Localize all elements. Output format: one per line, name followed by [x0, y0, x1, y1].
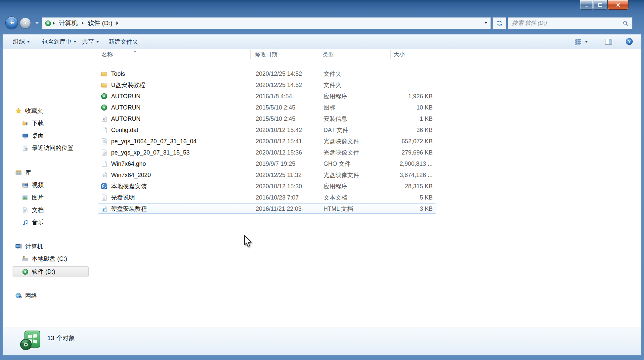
refresh-button[interactable] — [493, 17, 506, 29]
toolbar-button-0[interactable]: 组织 — [11, 34, 32, 49]
file-name[interactable]: AUTORUN — [111, 102, 141, 113]
file-size: 28,315 KB — [381, 181, 433, 192]
file-date: 2020/10/12 15:36 — [256, 147, 302, 158]
file-name[interactable]: pe_yqs_1064_20_07_31_16_04 — [111, 136, 196, 147]
sidebar-item[interactable]: 本地磁盘 (C:) — [22, 253, 67, 264]
table-row[interactable]: e硬盘安装教程2016/11/21 22:03HTML 文档3 KB — [90, 203, 444, 214]
document-icon — [22, 207, 29, 214]
breadcrumb-item[interactable]: 软件 (D:) — [85, 19, 115, 27]
column-separator[interactable] — [432, 50, 432, 59]
views-button[interactable] — [574, 37, 588, 46]
disc-image-icon — [101, 149, 108, 156]
table-row[interactable]: AUTORUN2016/1/8 4:54应用程序1,926 KB — [90, 91, 444, 102]
column-separator[interactable] — [320, 50, 320, 59]
forward-button[interactable] — [20, 18, 31, 28]
sidebar-section-1[interactable]: 库 — [15, 167, 31, 178]
table-row[interactable]: U盘安装教程2020/12/25 14:52文件夹 — [90, 79, 444, 91]
preview-pane-button[interactable] — [604, 37, 613, 46]
film-icon — [22, 182, 29, 189]
sidebar-item[interactable]: 软件 (D:) — [22, 266, 55, 277]
sidebar-item[interactable]: 文档 — [22, 205, 44, 215]
back-button[interactable] — [5, 17, 18, 29]
help-icon: ? — [625, 37, 633, 46]
ie-html-icon: e — [101, 205, 108, 212]
minimize-button[interactable] — [580, 0, 593, 10]
file-name[interactable]: Tools — [111, 68, 125, 79]
file-date: 2019/9/7 19:25 — [256, 158, 295, 169]
file-type: HTML 文档 — [323, 203, 353, 214]
file-size: 652,072 KB — [381, 136, 433, 147]
content-area: 收藏夹下载桌面最近访问的位置库视频图片文档音乐计算机本地磁盘 (C:)软件 (D… — [3, 49, 641, 328]
sidebar-section-3[interactable]: 网络 — [15, 291, 37, 301]
history-dropdown[interactable] — [35, 22, 39, 24]
sidebar-item[interactable]: 下载 — [22, 118, 44, 128]
table-row[interactable]: pe_yqs_xp_20_07_31_15_532020/10/12 15:36… — [90, 147, 444, 158]
table-row[interactable]: Config.dat2020/10/12 15:42DAT 文件36 KB — [90, 124, 444, 136]
column-header-1[interactable]: 修改日期 — [255, 49, 277, 60]
file-date: 2015/5/10 2:45 — [256, 113, 295, 124]
file-size — [381, 79, 433, 91]
table-row[interactable]: pe_yqs_1064_20_07_31_16_042020/10/12 15:… — [90, 136, 444, 147]
file-list-pane[interactable]: 名称修改日期类型大小 Tools2020/12/25 14:52文件夹U盘安装教… — [90, 49, 641, 328]
sidebar-item[interactable]: 音乐 — [22, 217, 44, 228]
table-row[interactable]: AUTORUN2015/5/10 2:45安装信息1 KB — [90, 113, 444, 124]
file-name[interactable]: U盘安装教程 — [111, 79, 145, 91]
maximize-button[interactable] — [593, 0, 608, 10]
file-size: 3 KB — [381, 203, 433, 214]
help-button[interactable]: ? — [625, 37, 633, 46]
sidebar-section-2[interactable]: 计算机 — [15, 241, 43, 252]
titlebar[interactable] — [0, 0, 644, 13]
file-name[interactable]: Win7x64.gho — [111, 158, 146, 169]
sidebar-item[interactable]: 图片 — [22, 192, 44, 203]
magnifier-icon — [622, 20, 629, 26]
details-pane: 13 个对象 — [3, 328, 641, 355]
toolbar-button-1[interactable]: 包含到库中 — [40, 34, 78, 49]
file-type: 光盘映像文件 — [323, 136, 359, 147]
music-note-icon — [22, 219, 29, 226]
table-row[interactable]: Win7x64.gho2019/9/7 19:25GHO 文件2,900,813… — [90, 158, 444, 169]
sidebar-item-label: 文档 — [32, 206, 44, 214]
sidebar-section-label: 网络 — [25, 292, 37, 300]
file-name[interactable]: AUTORUN — [111, 91, 141, 102]
table-row[interactable]: 光盘说明2016/10/23 7:07文本文档5 KB — [90, 192, 444, 203]
column-header-3[interactable]: 大小 — [394, 49, 405, 60]
search-box[interactable] — [508, 17, 632, 29]
file-size: 10 KB — [381, 102, 433, 113]
file-name[interactable]: pe_yqs_xp_20_07_31_15_53 — [111, 147, 190, 158]
blank-file-icon — [101, 160, 108, 167]
close-button[interactable] — [608, 0, 628, 10]
search-input[interactable] — [508, 18, 622, 29]
sidebar-item-label: 最近访问的位置 — [32, 144, 73, 152]
table-row[interactable]: 本地硬盘安装2020/10/12 15:30应用程序28,315 KB — [90, 181, 444, 192]
table-row[interactable]: AUTORUN2015/5/10 2:45图标10 KB — [90, 102, 444, 113]
column-header-0[interactable]: 名称 — [102, 49, 113, 60]
sidebar-section-0[interactable]: 收藏夹 — [15, 106, 43, 116]
table-row[interactable]: Tools2020/12/25 14:52文件夹 — [90, 68, 444, 79]
maximize-icon — [598, 2, 603, 8]
file-name[interactable]: 硬盘安装教程 — [111, 203, 147, 214]
file-name[interactable]: Win7x64_2020 — [111, 169, 151, 181]
file-name[interactable]: AUTORUN — [111, 113, 141, 124]
sidebar-section-label: 库 — [25, 169, 31, 177]
file-type: 应用程序 — [323, 181, 347, 192]
file-name[interactable]: 光盘说明 — [111, 192, 135, 203]
sidebar-item[interactable]: 最近访问的位置 — [22, 143, 73, 153]
preview-pane-icon — [604, 37, 613, 46]
sidebar-item[interactable]: 视频 — [22, 180, 44, 190]
file-type: DAT 文件 — [323, 124, 348, 136]
file-type: 图标 — [323, 102, 335, 113]
address-bar[interactable]: 计算机软件 (D:) — [42, 17, 491, 29]
breadcrumb-item[interactable]: 计算机 — [56, 19, 80, 27]
column-separator[interactable] — [390, 50, 391, 59]
green-disc-icon — [22, 268, 29, 275]
address-dropdown[interactable] — [485, 22, 487, 24]
sidebar-item[interactable]: 桌面 — [22, 130, 44, 141]
toolbar-button-2[interactable]: 共享 — [80, 34, 101, 49]
file-name[interactable]: 本地硬盘安装 — [111, 181, 147, 192]
file-name[interactable]: Config.dat — [111, 124, 138, 136]
table-row[interactable]: Win7x64_20202020/12/25 11:32光盘映像文件3,874,… — [90, 169, 444, 181]
column-header-2[interactable]: 类型 — [322, 49, 334, 60]
toolbar-button-3[interactable]: 新建文件夹 — [107, 34, 140, 49]
explorer-window: 计算机软件 (D:) 组织包含到库中共享新建文件夹 — [0, 0, 644, 360]
column-separator[interactable] — [250, 50, 251, 59]
